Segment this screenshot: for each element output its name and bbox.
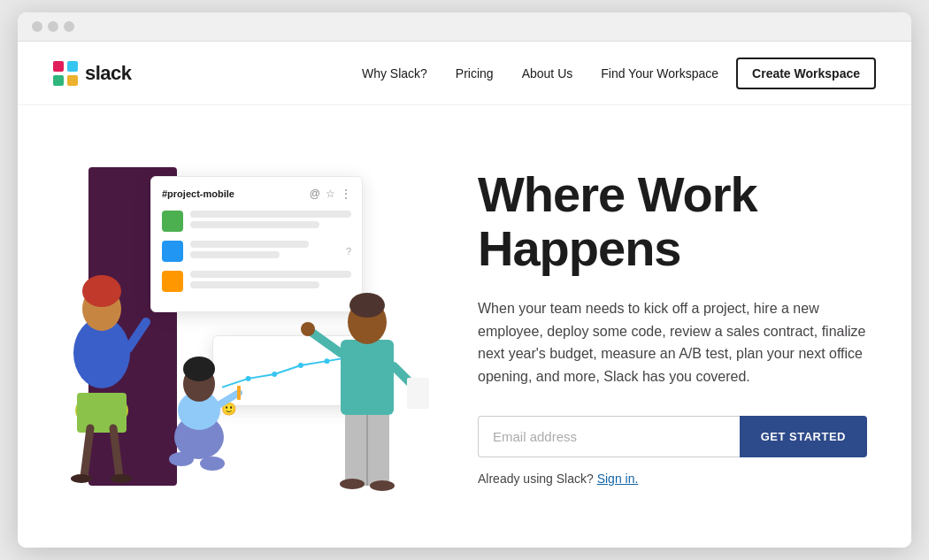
- svg-point-37: [370, 480, 395, 491]
- channel-name: #project-mobile: [162, 188, 234, 199]
- hero-illustration: #project-mobile @ ☆ ⋮: [35, 141, 442, 512]
- hero-section: #project-mobile @ ☆ ⋮: [18, 105, 911, 548]
- svg-rect-27: [345, 406, 389, 486]
- svg-point-36: [340, 479, 365, 489]
- chat-panel-icons: @ ☆ ⋮: [310, 188, 351, 200]
- nav-find-workspace[interactable]: Find Your Workspace: [590, 59, 729, 88]
- logo-text: slack: [85, 62, 132, 85]
- hero-text: Where Work Happens When your team needs …: [460, 167, 876, 487]
- svg-point-26: [200, 456, 225, 471]
- avatar-2: [162, 241, 183, 262]
- nav-links: Why Slack? Pricing About Us Find Your Wo…: [351, 58, 876, 89]
- avatar-3: [162, 271, 183, 292]
- star-icon: ☆: [326, 188, 335, 200]
- hero-headline: Where Work Happens: [478, 167, 876, 276]
- signin-already-text: Already using Slack?: [478, 472, 594, 486]
- chat-message-3: [162, 271, 351, 292]
- svg-point-4: [246, 376, 251, 381]
- browser-dot-yellow: [48, 21, 58, 32]
- chat-lines-2: [190, 241, 339, 258]
- slack-logo-icon: [53, 61, 78, 86]
- email-input[interactable]: [478, 416, 740, 457]
- svg-point-8: [350, 354, 356, 359]
- email-form: GET STARTED: [478, 416, 867, 457]
- browser-dot-green: [64, 21, 74, 32]
- illustration-chat-panel: #project-mobile @ ☆ ⋮: [150, 176, 363, 312]
- svg-point-21: [183, 366, 215, 402]
- more-icon: ⋮: [341, 188, 351, 200]
- svg-point-6: [298, 363, 303, 368]
- hero-headline-line2: Happens: [478, 220, 681, 276]
- hero-headline-line1: Where Work: [478, 166, 757, 222]
- svg-rect-3: [67, 75, 78, 86]
- svg-point-22: [183, 357, 215, 381]
- browser-dot-red: [32, 21, 42, 32]
- at-icon: @: [310, 188, 320, 200]
- create-workspace-button[interactable]: Create Workspace: [736, 58, 876, 89]
- avatar-1: [162, 211, 183, 232]
- question-icon: ?: [346, 246, 351, 257]
- svg-point-19: [174, 415, 224, 459]
- nav-about-us[interactable]: About Us: [511, 59, 584, 88]
- svg-point-33: [301, 322, 315, 336]
- chat-message-2: ?: [162, 241, 351, 262]
- signin-prompt: Already using Slack? Sign in.: [478, 472, 876, 486]
- svg-point-7: [325, 358, 330, 364]
- browser-content: slack Why Slack? Pricing About Us Find Y…: [18, 42, 911, 548]
- svg-point-5: [272, 372, 277, 377]
- hero-description: When your team needs to kick off a proje…: [478, 297, 867, 387]
- nav-why-slack[interactable]: Why Slack?: [351, 59, 438, 88]
- svg-rect-2: [53, 75, 64, 86]
- illustration-graph-panel: [212, 335, 372, 406]
- browser-titlebar: [18, 12, 911, 42]
- svg-rect-1: [67, 61, 78, 72]
- chat-lines-1: [190, 211, 351, 228]
- nav-pricing[interactable]: Pricing: [445, 59, 504, 88]
- get-started-button[interactable]: GET STARTED: [740, 416, 867, 457]
- emoji-icon: 🙂: [221, 402, 236, 416]
- chat-lines-3: [190, 271, 351, 288]
- logo[interactable]: slack: [53, 61, 132, 86]
- svg-rect-35: [407, 378, 429, 409]
- navbar: slack Why Slack? Pricing About Us Find Y…: [18, 42, 911, 105]
- browser-window: slack Why Slack? Pricing About Us Find Y…: [18, 12, 911, 548]
- graph-svg: [222, 343, 362, 396]
- svg-line-34: [394, 366, 411, 384]
- signin-link[interactable]: Sign in.: [597, 472, 639, 486]
- chat-message-1: [162, 211, 351, 232]
- svg-rect-0: [53, 61, 64, 72]
